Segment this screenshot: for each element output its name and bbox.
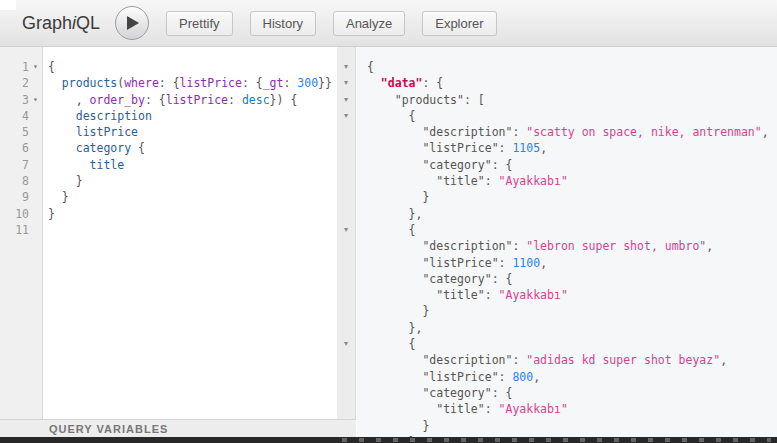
- field-token: description: [76, 109, 152, 123]
- query-line[interactable]: listPrice: [48, 124, 337, 140]
- punctuation-token: }}: [318, 76, 332, 90]
- fold-spacer: [337, 401, 355, 417]
- execute-query-button[interactable]: [115, 6, 149, 40]
- result-viewer-pane[interactable]: { "data": { "products": [ { "description…: [357, 47, 777, 443]
- fold-spacer: [337, 303, 355, 319]
- whitespace-token: [367, 353, 422, 367]
- fold-arrow-icon[interactable]: ▾: [337, 108, 355, 124]
- query-line[interactable]: }: [48, 189, 337, 205]
- fold-arrow-icon[interactable]: ▾: [29, 92, 42, 108]
- fold-arrow-icon[interactable]: ▾: [337, 92, 355, 108]
- whitespace-token: [367, 125, 422, 139]
- line-number: 7: [0, 157, 29, 173]
- gutter-row: 8: [0, 173, 42, 189]
- whitespace-token: [367, 288, 436, 302]
- gutter-row: 3▾: [0, 92, 42, 108]
- punctuation-token: :: [485, 288, 499, 302]
- fold-spacer: [337, 369, 355, 385]
- line-number: 5: [0, 124, 29, 140]
- result-line: "description": "lebron super shot, umbro…: [367, 238, 777, 254]
- query-line[interactable]: }: [48, 206, 337, 222]
- string-token: "scatty on space, nike, antrenman": [526, 125, 761, 139]
- key-token: "title": [436, 174, 484, 188]
- query-line[interactable]: , order_by: {listPrice: desc}) {: [48, 92, 337, 108]
- line-number: 2: [0, 75, 29, 91]
- query-line[interactable]: [48, 222, 337, 238]
- explorer-button[interactable]: Explorer: [422, 11, 496, 36]
- gutter-row: 1▾: [0, 59, 42, 75]
- field-token: title: [90, 158, 125, 172]
- query-line[interactable]: }: [48, 173, 337, 189]
- punctuation-token: : [: [464, 93, 485, 107]
- string-token: "adidas kd super shot beyaz": [526, 353, 720, 367]
- punctuation-token: }: [62, 190, 69, 204]
- punctuation-token: {: [409, 223, 416, 237]
- query-line[interactable]: products(where: {listPrice: {_gt: 300}}: [48, 75, 337, 91]
- whitespace-token: [367, 93, 395, 107]
- number-token: 1105: [512, 141, 540, 155]
- fold-arrow-icon[interactable]: ▾: [337, 222, 355, 238]
- fold-arrow-icon[interactable]: ▾: [337, 59, 355, 75]
- fold-spacer: [337, 157, 355, 173]
- logo-text-post: QL: [76, 13, 100, 33]
- query-line[interactable]: category {: [48, 140, 337, 156]
- gutter-row: 2: [0, 75, 42, 91]
- query-line[interactable]: description: [48, 108, 337, 124]
- query-line[interactable]: {: [48, 59, 337, 75]
- result-line: "description": "adidas kd super shot bey…: [367, 352, 777, 368]
- query-variables-bar[interactable]: QUERY VARIABLES: [0, 419, 356, 438]
- result-line: "category": {: [367, 271, 777, 287]
- string-token: "Ayakkabı": [499, 174, 568, 188]
- punctuation-token: },: [409, 321, 423, 335]
- fold-spacer: [337, 255, 355, 271]
- punctuation-token: ,: [762, 125, 769, 139]
- field-token: category: [76, 141, 131, 155]
- whitespace-token: [367, 207, 409, 221]
- line-number: 10: [0, 206, 29, 222]
- result-line: }: [367, 418, 777, 434]
- punctuation-token: {: [409, 337, 416, 351]
- result-line: "description": "scatty on space, nike, a…: [367, 124, 777, 140]
- whitespace-token: [367, 109, 409, 123]
- fold-spacer: [29, 157, 42, 173]
- query-variables-title: QUERY VARIABLES: [49, 423, 168, 435]
- fold-spacer: [337, 385, 355, 401]
- fold-spacer: [337, 173, 355, 189]
- whitespace-token: [367, 402, 436, 416]
- line-number: 11: [0, 222, 29, 238]
- string-token: "Ayakkabı": [499, 402, 568, 416]
- punctuation-token: }: [422, 419, 429, 433]
- workspace: 1▾23▾4567891011 { products(where: {listP…: [0, 47, 777, 443]
- toolbar: GraphiQL Prettify History Analyze Explor…: [0, 0, 777, 47]
- punctuation-token: :: [228, 93, 242, 107]
- query-code-area[interactable]: { products(where: {listPrice: {_gt: 300}…: [43, 47, 337, 443]
- fold-arrow-icon[interactable]: ▾: [337, 75, 355, 91]
- fold-arrow-icon[interactable]: ▾: [337, 336, 355, 352]
- whitespace-token: [48, 109, 76, 123]
- fold-spacer: [337, 206, 355, 222]
- query-line[interactable]: title: [48, 157, 337, 173]
- analyze-button[interactable]: Analyze: [333, 11, 405, 36]
- fold-spacer: [29, 124, 42, 140]
- key-token: "description": [422, 353, 512, 367]
- fold-arrow-icon[interactable]: ▾: [29, 59, 42, 75]
- history-button[interactable]: History: [250, 11, 316, 36]
- punctuation-token: ,: [540, 141, 547, 155]
- prettify-button[interactable]: Prettify: [166, 11, 232, 36]
- line-number-gutter: 1▾23▾4567891011: [0, 47, 43, 443]
- graphiql-logo: GraphiQL: [22, 13, 100, 34]
- gutter-row: 6: [0, 140, 42, 156]
- result-line: "listPrice": 1100,: [367, 255, 777, 271]
- fold-spacer: [29, 75, 42, 91]
- punctuation-token: ,: [706, 239, 713, 253]
- fold-spacer: [29, 108, 42, 124]
- key-token: "category": [422, 158, 491, 172]
- whitespace-token: [367, 304, 422, 318]
- punctuation-token: {: [131, 141, 145, 155]
- punctuation-token: : {: [242, 76, 263, 90]
- punctuation-token: :: [499, 370, 513, 384]
- fold-spacer: [337, 238, 355, 254]
- fold-spacer: [337, 124, 355, 140]
- punctuation-token: {: [409, 109, 416, 123]
- query-editor-pane[interactable]: 1▾23▾4567891011 { products(where: {listP…: [0, 47, 337, 443]
